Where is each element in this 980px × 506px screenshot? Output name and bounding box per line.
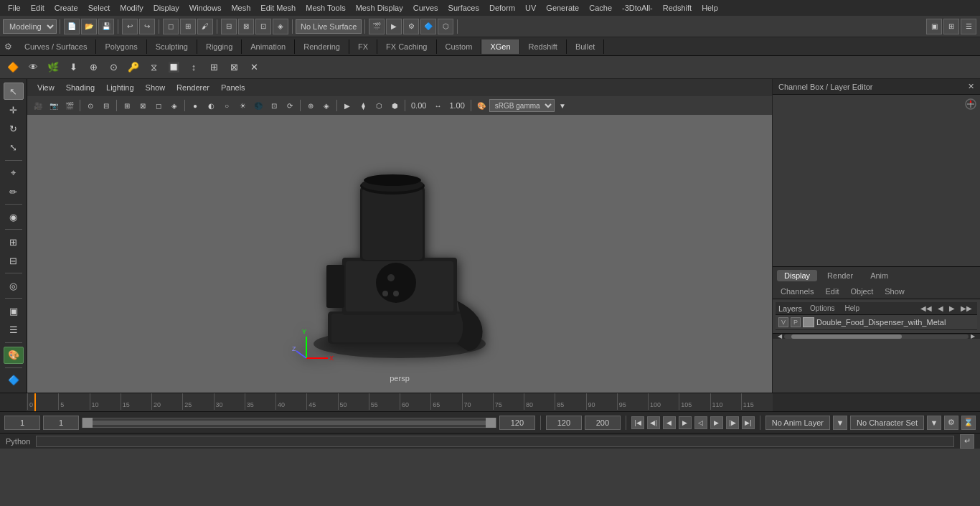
colorspace-select[interactable]: sRGB gamma — [489, 99, 555, 112]
ui-layout-btn[interactable]: ▣ — [926, 19, 942, 34]
vp-light-btn[interactable]: ☀ — [235, 98, 250, 113]
xgen-icon-11[interactable]: ⊞ — [204, 58, 223, 77]
xgen-icon-2[interactable]: 👁 — [24, 58, 42, 77]
vp-menu-panels[interactable]: Panels — [215, 82, 251, 93]
lasso-tool-btn[interactable]: ⊞ — [180, 19, 196, 34]
snap-curve-btn[interactable]: ⊠ — [238, 19, 254, 34]
xgen-icon-12[interactable]: ⊠ — [225, 58, 243, 77]
transport-prev-btn[interactable]: ◀ — [663, 416, 676, 429]
menu-help[interactable]: Help — [697, 2, 723, 14]
layers-help-btn[interactable]: Help — [843, 304, 862, 313]
tab-fx[interactable]: FX — [349, 39, 377, 54]
layer-row[interactable]: V P Double_Food_Dispenser_with_Metal — [776, 315, 977, 330]
menu-create[interactable]: Create — [50, 2, 83, 14]
tab-polygons[interactable]: Polygons — [96, 39, 146, 54]
vp-render4-btn[interactable]: ⬢ — [387, 98, 402, 113]
vp-wire2-btn[interactable]: ○ — [220, 98, 234, 113]
menu-curves[interactable]: Curves — [408, 2, 443, 14]
menu-cache[interactable]: Cache — [584, 2, 617, 14]
menu-display[interactable]: Display — [149, 2, 184, 14]
xgen-icon-4[interactable]: ⬇ — [64, 58, 83, 77]
menu-mesh[interactable]: Mesh — [226, 2, 255, 14]
layers-scrollbar[interactable]: ◀ ▶ — [773, 333, 980, 339]
soft-btn[interactable]: ◎ — [4, 277, 24, 294]
char-set-arrow[interactable]: ▼ — [927, 416, 941, 430]
hypershade-btn[interactable]: 🔷 — [420, 19, 436, 34]
vp-cs-arrow[interactable]: ▼ — [555, 98, 570, 113]
select-btn[interactable]: ↖ — [4, 83, 24, 100]
transport-play-btn[interactable]: ▶ — [679, 416, 692, 429]
xgen-icon-6[interactable]: ⊙ — [104, 58, 123, 77]
lasso-btn[interactable]: ⌖ — [4, 164, 24, 182]
python-enter-btn[interactable]: ↵ — [960, 434, 974, 449]
material-btn[interactable]: 🔷 — [4, 372, 24, 389]
vp-wire-btn[interactable]: ⊟ — [99, 98, 113, 113]
cb-tab-display[interactable]: Display — [777, 270, 817, 281]
menu-edit-mesh[interactable]: Edit Mesh — [255, 2, 301, 14]
timeline[interactable]: 0510152025303540455055606570758085909510… — [0, 393, 980, 411]
save-scene-btn[interactable]: 💾 — [98, 19, 114, 34]
scroll-left-arrow[interactable]: ◀ — [776, 332, 784, 341]
anim-layer-label[interactable]: No Anim Layer — [765, 416, 830, 430]
redo-btn[interactable]: ↪ — [139, 19, 155, 34]
color-btn[interactable]: 🎨 — [4, 347, 24, 364]
vp-cam-btn[interactable]: 🎥 — [31, 98, 45, 113]
layers-options-btn[interactable]: Options — [808, 304, 837, 313]
range-end-thumb[interactable] — [486, 418, 496, 428]
timeline-ruler[interactable]: 0510152025303540455055606570758085909510… — [27, 393, 772, 411]
snap-btn[interactable]: ⊞ — [4, 233, 24, 250]
layers-nav-left2[interactable]: ◀ — [936, 304, 946, 313]
snap-point-btn[interactable]: ⊡ — [255, 19, 271, 34]
vp-tex-btn[interactable]: ⊡ — [267, 98, 281, 113]
menu-modify[interactable]: Modify — [115, 2, 148, 14]
scale-btn[interactable]: ⤡ — [4, 139, 24, 156]
paint-sel-btn[interactable]: 🖌 — [197, 19, 213, 34]
xgen-icon-5[interactable]: ⊕ — [84, 58, 103, 77]
snap2-btn[interactable]: ⊟ — [4, 252, 24, 269]
render-btn[interactable]: 🎬 — [369, 19, 385, 34]
frame-start-field[interactable]: 1 — [4, 416, 40, 430]
menu-select[interactable]: Select — [83, 2, 116, 14]
anim-layer-arrow[interactable]: ▼ — [833, 416, 847, 430]
xgen-icon-8[interactable]: ⧖ — [144, 58, 163, 77]
render-settings-btn[interactable]: ⚙ — [403, 19, 419, 34]
xgen-icon-1[interactable]: 🔶 — [4, 58, 22, 77]
tab-animation[interactable]: Animation — [242, 39, 295, 54]
select-tool-btn[interactable]: ◻ — [163, 19, 179, 34]
mode-selector[interactable]: Modeling — [3, 19, 57, 34]
tab-custom[interactable]: Custom — [437, 39, 482, 54]
menu-3dtoa[interactable]: -3DtoAll- — [617, 2, 658, 14]
paint-btn[interactable]: ✏ — [4, 183, 24, 200]
snap-surface-btn[interactable]: ◈ — [273, 19, 288, 34]
cb-tab-render[interactable]: Render — [820, 270, 860, 281]
field-200[interactable]: 200 — [585, 416, 621, 430]
char-set-settings[interactable]: ⚙ — [944, 416, 958, 430]
range-bar[interactable] — [82, 418, 496, 428]
ipr-btn[interactable]: ▶ — [386, 19, 402, 34]
cb-show[interactable]: Show — [881, 286, 908, 297]
menu-surfaces[interactable]: Surfaces — [443, 2, 484, 14]
vp-menu-shading[interactable]: Shading — [60, 82, 100, 93]
vp-grid-btn[interactable]: ⊞ — [120, 98, 134, 113]
vp-ssao-btn[interactable]: ⟳ — [283, 98, 297, 113]
menu-uv[interactable]: UV — [520, 2, 541, 14]
tab-xgen[interactable]: XGen — [481, 39, 519, 54]
menu-generate[interactable]: Generate — [541, 2, 584, 14]
rotate-btn[interactable]: ↻ — [4, 121, 24, 138]
undo-btn[interactable]: ↩ — [122, 19, 138, 34]
vp-manip-btn[interactable]: ⊕ — [303, 98, 318, 113]
vp-render3-btn[interactable]: ⬡ — [372, 98, 386, 113]
sculpt-btn[interactable]: ◉ — [4, 208, 24, 225]
vp-xray-btn[interactable]: ◈ — [167, 98, 182, 113]
tab-rendering[interactable]: Rendering — [295, 39, 349, 54]
xgen-icon-3[interactable]: 🌿 — [44, 58, 62, 77]
vp-shade-btn[interactable]: ● — [188, 98, 202, 113]
field-120[interactable]: 120 — [546, 416, 582, 430]
layers-nav-left[interactable]: ◀◀ — [918, 304, 934, 313]
transport-start-btn[interactable]: |◀ — [631, 416, 644, 429]
xgen-icon-7[interactable]: 🔑 — [124, 58, 143, 77]
new-scene-btn[interactable]: 📄 — [64, 19, 80, 34]
xgen-icon-13[interactable]: ✕ — [245, 58, 263, 77]
menu-mesh-tools[interactable]: Mesh Tools — [301, 2, 350, 14]
vp-menu-lighting[interactable]: Lighting — [100, 82, 140, 93]
